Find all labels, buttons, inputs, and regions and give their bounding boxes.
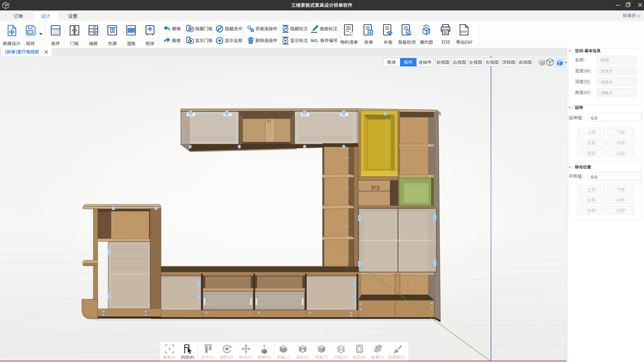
svg-text:373: 373 <box>371 185 379 191</box>
svg-text:DXF: DXF <box>461 30 467 33</box>
